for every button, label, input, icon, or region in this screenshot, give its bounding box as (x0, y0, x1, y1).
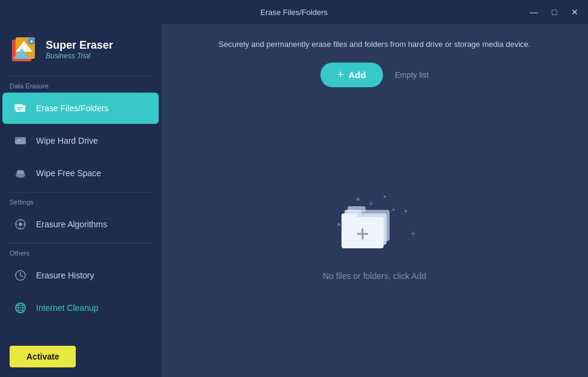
plus-icon: + (337, 69, 344, 81)
divider-3 (7, 243, 154, 244)
add-button-label: Add (349, 70, 366, 80)
close-button[interactable]: ✕ (566, 5, 583, 19)
sidebar-item-internet-cleanup[interactable]: Internet Cleanup (2, 292, 159, 323)
erasure-algorithms-icon (12, 216, 29, 233)
app-subtitle: Business Trial (46, 52, 113, 60)
app-name: Super Eraser (46, 39, 113, 52)
sidebar-item-erasure-algorithms[interactable]: Erasure Algorithms (2, 209, 159, 240)
title-bar: Erase Files/Folders — □ ✕ (0, 0, 588, 24)
toolbar: + Add Empty list (180, 63, 569, 87)
empty-state: + + + No fil (180, 105, 569, 363)
wipe-free-space-icon (12, 165, 29, 182)
folder-illustration: + + + (326, 187, 423, 259)
sidebar-item-label-erasure-history: Erasure History (36, 271, 94, 280)
svg-rect-13 (17, 139, 22, 141)
svg-point-17 (19, 222, 22, 226)
empty-state-text: No files or folders, click Add (323, 271, 426, 281)
divider-2 (7, 192, 154, 192)
sidebar-item-label-erasure-algorithms: Erasure Algorithms (36, 219, 107, 229)
maximize-button[interactable]: □ (546, 5, 563, 19)
content-description: Securely and permanently erase files and… (180, 38, 569, 51)
divider-1 (7, 76, 154, 76)
empty-list-link[interactable]: Empty list (395, 70, 429, 79)
svg-rect-33 (341, 213, 357, 219)
minimize-button[interactable]: — (525, 5, 542, 19)
sidebar-bottom: Activate (0, 336, 161, 377)
sidebar-item-label-wipe-hard-drive: Wipe Hard Drive (36, 136, 98, 146)
activate-button[interactable]: Activate (10, 346, 76, 367)
section-label-data-erasure: Data Erasure (0, 79, 161, 92)
sidebar-item-label-wipe-free-space: Wipe Free Space (36, 168, 101, 178)
sidebar-item-erase-files[interactable]: Erase Files/Folders (2, 93, 159, 124)
internet-cleanup-icon (12, 299, 29, 316)
app-header: ✦ Super Eraser Business Trial (0, 24, 161, 73)
erase-files-icon (12, 100, 29, 117)
folder-svg (338, 199, 399, 253)
dot-3 (405, 210, 407, 212)
content-area: Securely and permanently erase files and… (161, 24, 588, 377)
add-button[interactable]: + Add (320, 63, 383, 87)
sidebar-item-label-erase-files: Erase Files/Folders (36, 103, 109, 113)
svg-text:✦: ✦ (29, 39, 34, 44)
sidebar-item-label-internet-cleanup: Internet Cleanup (36, 303, 99, 313)
main-layout: ✦ Super Eraser Business Trial Data Erasu… (0, 24, 588, 377)
svg-point-12 (23, 138, 25, 140)
sidebar: ✦ Super Eraser Business Trial Data Erasu… (0, 24, 161, 377)
svg-rect-7 (16, 105, 25, 112)
plus-deco-3: + (411, 229, 415, 238)
window-title: Erase Files/Folders (260, 8, 328, 17)
sidebar-item-erasure-history[interactable]: Erasure History (2, 260, 159, 291)
svg-point-15 (17, 171, 24, 174)
erasure-history-icon (12, 267, 29, 284)
dot-2 (384, 195, 386, 198)
section-label-settings: Settings (0, 195, 161, 208)
sidebar-item-wipe-hard-drive[interactable]: Wipe Hard Drive (2, 125, 159, 156)
section-label-others: Others (0, 246, 161, 259)
sidebar-item-wipe-free-space[interactable]: Wipe Free Space (2, 158, 159, 189)
app-title-block: Super Eraser Business Trial (46, 39, 113, 60)
wipe-hard-drive-icon (12, 132, 29, 149)
app-logo: ✦ (10, 35, 38, 64)
window-controls: — □ ✕ (525, 5, 583, 19)
